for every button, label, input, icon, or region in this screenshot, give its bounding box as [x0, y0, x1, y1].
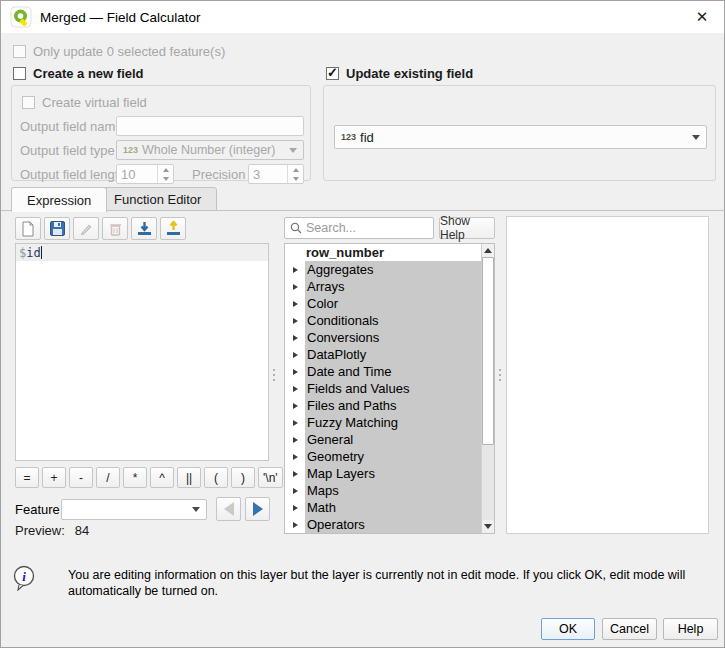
help-button[interactable]: Help — [663, 618, 718, 640]
operator-button[interactable]: ^ — [150, 467, 174, 488]
feature-label: Feature — [15, 502, 60, 517]
export-expression-button[interactable] — [160, 217, 186, 240]
scroll-up-icon[interactable] — [482, 244, 494, 257]
expand-arrow-icon[interactable] — [285, 431, 305, 448]
function-group-row[interactable]: Maps — [285, 482, 481, 499]
title-bar: Merged — Field Calculator ✕ — [1, 1, 724, 33]
function-group-row[interactable]: Map Layers — [285, 465, 481, 482]
operator-button[interactable]: / — [96, 467, 120, 488]
expand-arrow-icon[interactable] — [285, 482, 305, 499]
show-help-button[interactable]: Show Help — [439, 217, 495, 239]
expand-arrow-icon[interactable] — [285, 448, 305, 465]
close-icon[interactable]: ✕ — [680, 1, 724, 33]
create-new-field-label: Create a new field — [33, 66, 144, 81]
expand-arrow-icon[interactable] — [285, 397, 305, 414]
ok-button[interactable]: OK — [541, 618, 595, 640]
expand-arrow-icon[interactable] — [285, 329, 305, 346]
expand-arrow-icon[interactable] — [285, 414, 305, 431]
expand-arrow-icon[interactable] — [285, 380, 305, 397]
blank-page-icon — [21, 221, 35, 237]
function-list-scrollbar[interactable] — [481, 244, 494, 533]
expand-arrow-icon[interactable] — [285, 312, 305, 329]
function-group-row[interactable]: Aggregates — [285, 261, 481, 278]
update-existing-field-checkbox[interactable]: Update existing field — [326, 65, 473, 81]
next-feature-button[interactable] — [245, 497, 270, 521]
function-search[interactable] — [284, 217, 434, 239]
expand-arrow-icon[interactable] — [285, 516, 305, 533]
function-group-row[interactable]: DataPlotly — [285, 346, 481, 363]
create-new-field-checkbox[interactable]: Create a new field — [13, 65, 144, 81]
operator-button[interactable]: ( — [204, 467, 228, 488]
existing-field-groupbox: 123 fid — [323, 85, 716, 181]
function-group-row[interactable]: Color — [285, 295, 481, 312]
cancel-button[interactable]: Cancel — [602, 618, 657, 640]
function-group-row[interactable]: Fields and Values — [285, 380, 481, 397]
spin-down-icon — [158, 174, 173, 183]
operator-button[interactable]: '\n' — [258, 467, 283, 488]
expand-arrow-icon[interactable] — [285, 278, 305, 295]
function-group-row[interactable]: Date and Time — [285, 363, 481, 380]
operator-button[interactable]: * — [123, 467, 147, 488]
expression-current-line: $id — [16, 244, 268, 261]
function-group-row[interactable]: Geometry — [285, 448, 481, 465]
scrollbar-thumb[interactable] — [482, 257, 494, 445]
checkbox-icon — [13, 67, 26, 80]
operator-button[interactable]: - — [69, 467, 93, 488]
function-group-label: Geometry — [305, 448, 481, 465]
function-group-row[interactable]: Arrays — [285, 278, 481, 295]
create-virtual-field-label: Create virtual field — [42, 95, 147, 110]
output-field-name-input — [116, 116, 304, 136]
splitter-handle[interactable] — [271, 363, 277, 387]
function-group-label: Conversions — [305, 329, 481, 346]
import-expression-button[interactable] — [131, 217, 157, 240]
output-field-length-label: Output field length — [20, 167, 126, 182]
new-expression-button[interactable] — [15, 217, 41, 240]
delete-expression-button — [102, 217, 128, 240]
function-group-label: Conditionals — [305, 312, 481, 329]
save-expression-button[interactable] — [44, 217, 70, 240]
function-group-row[interactable]: Files and Paths — [285, 397, 481, 414]
search-input[interactable] — [306, 221, 428, 235]
arrow-down-tray-icon — [137, 221, 152, 236]
function-group-row[interactable]: Conditionals — [285, 312, 481, 329]
function-group-label: DataPlotly — [305, 346, 481, 363]
function-group-label: Math — [305, 499, 481, 516]
tab-function-editor[interactable]: Function Editor — [98, 187, 217, 211]
operator-button[interactable]: || — [177, 467, 201, 488]
tab-expression[interactable]: Expression — [11, 187, 107, 212]
function-group-label: Files and Paths — [305, 397, 481, 414]
function-group-label: Color — [305, 295, 481, 312]
function-group-label: Fuzzy Matching — [305, 414, 481, 431]
expand-arrow-icon[interactable] — [285, 346, 305, 363]
function-group-row[interactable]: Fuzzy Matching — [285, 414, 481, 431]
output-field-name-label: Output field name — [20, 119, 123, 134]
text-cursor — [41, 246, 42, 259]
spin-up-icon — [288, 165, 303, 174]
function-list: row_number AggregatesArraysColorConditio… — [285, 244, 481, 533]
operator-button[interactable]: ) — [231, 467, 255, 488]
field-calculator-dialog: Merged — Field Calculator ✕ Only update … — [0, 0, 725, 648]
feature-combo[interactable] — [61, 499, 207, 520]
operator-button[interactable]: + — [42, 467, 66, 488]
expand-arrow-icon[interactable] — [285, 363, 305, 380]
expression-editor[interactable]: $id — [15, 243, 269, 461]
expand-arrow-icon[interactable] — [285, 261, 305, 278]
precision-value: 3 — [249, 165, 287, 183]
expand-arrow-icon[interactable] — [285, 465, 305, 482]
function-group-row[interactable]: Conversions — [285, 329, 481, 346]
preview-row: Preview: 84 — [15, 523, 89, 538]
existing-field-value: fid — [360, 130, 374, 145]
operator-button[interactable]: = — [15, 467, 39, 488]
scroll-down-icon[interactable] — [482, 520, 494, 533]
function-group-row[interactable]: Operators — [285, 516, 481, 533]
existing-field-combo[interactable]: 123 fid — [334, 125, 707, 149]
function-group-row[interactable]: Math — [285, 499, 481, 516]
output-field-type-combo: 123 Whole Number (integer) — [116, 140, 304, 160]
function-item-row-number[interactable]: row_number — [285, 244, 481, 261]
function-group-row[interactable]: General — [285, 431, 481, 448]
arrow-right-icon — [253, 502, 263, 516]
expand-arrow-icon[interactable] — [285, 499, 305, 516]
chevron-down-icon — [289, 148, 297, 153]
expand-arrow-icon[interactable] — [285, 295, 305, 312]
splitter-handle[interactable] — [497, 363, 503, 387]
